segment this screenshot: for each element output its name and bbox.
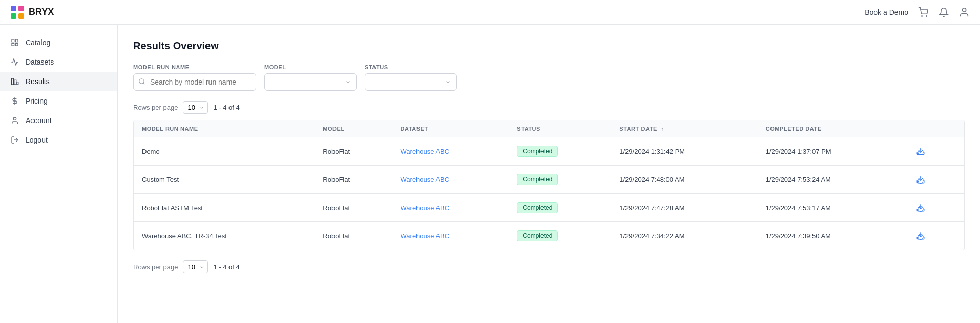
th-start-date-label: START DATE xyxy=(619,126,657,132)
status-select[interactable]: Completed xyxy=(365,73,457,91)
cell-model-run-name: Demo xyxy=(134,137,315,166)
cell-status: Completed xyxy=(509,166,611,194)
cell-status: Completed xyxy=(509,222,611,250)
th-dataset: DATASET xyxy=(392,120,509,137)
cell-completed-date: 1/29/2024 1:37:07 PM xyxy=(758,137,904,166)
cell-model-run-name: Custom Test xyxy=(134,166,315,194)
bryx-logo-icon xyxy=(10,5,25,19)
search-input[interactable] xyxy=(133,73,256,91)
th-actions xyxy=(904,120,964,137)
pricing-icon xyxy=(10,96,19,106)
svg-rect-2 xyxy=(11,13,16,19)
dataset-link[interactable]: Warehouse ABC xyxy=(401,176,450,184)
sidebar-item-results[interactable]: Results xyxy=(0,72,117,91)
status-filter-label: STATUS xyxy=(365,64,457,70)
status-badge: Completed xyxy=(517,174,558,185)
results-table-container: MODEL RUN NAME MODEL DATASET STATUS STAR xyxy=(133,120,965,250)
status-filter: STATUS Completed xyxy=(365,64,457,91)
table-row: RoboFlat ASTM Test RoboFlat Warehouse AB… xyxy=(134,194,964,222)
download-button[interactable] xyxy=(912,201,929,214)
cell-dataset[interactable]: Warehouse ABC xyxy=(392,222,509,250)
table-header-row: MODEL RUN NAME MODEL DATASET STATUS STAR xyxy=(134,120,964,137)
cell-start-date: 1/29/2024 7:48:00 AM xyxy=(611,166,757,194)
download-button[interactable] xyxy=(912,173,929,186)
pagination-top: Rows per page 10 25 50 1 - 4 of 4 xyxy=(133,101,965,114)
cart-icon[interactable] xyxy=(918,7,929,18)
cell-action xyxy=(904,222,964,250)
book-demo-link[interactable]: Book a Demo xyxy=(865,8,908,16)
main-content: Results Overview MODEL RUN NAME MODEL Ro… xyxy=(118,25,980,323)
model-filter-label: MODEL xyxy=(264,64,357,70)
table-row: Warehouse ABC, TR-34 Test RoboFlat Wareh… xyxy=(134,222,964,250)
cell-dataset[interactable]: Warehouse ABC xyxy=(392,194,509,222)
svg-rect-9 xyxy=(12,43,14,46)
cell-start-date: 1/29/2024 1:31:42 PM xyxy=(611,137,757,166)
svg-rect-1 xyxy=(18,6,24,11)
th-dataset-label: DATASET xyxy=(401,126,428,132)
svg-rect-7 xyxy=(12,39,14,42)
svg-rect-11 xyxy=(11,78,13,85)
status-badge: Completed xyxy=(517,230,558,241)
svg-rect-12 xyxy=(14,80,16,85)
rows-per-page-select-top[interactable]: 10 25 50 xyxy=(183,101,208,114)
cell-model: RoboFlat xyxy=(315,222,392,250)
cell-status: Completed xyxy=(509,194,611,222)
cell-model: RoboFlat xyxy=(315,194,392,222)
cell-action xyxy=(904,194,964,222)
svg-line-18 xyxy=(143,83,145,84)
th-start-date[interactable]: START DATE ↑ xyxy=(611,120,757,137)
cell-dataset[interactable]: Warehouse ABC xyxy=(392,166,509,194)
cell-action xyxy=(904,166,964,194)
rows-per-page-label-bottom: Rows per page xyxy=(133,263,178,271)
dataset-link[interactable]: Warehouse ABC xyxy=(401,148,450,155)
dataset-link[interactable]: Warehouse ABC xyxy=(401,232,450,240)
sidebar-item-catalog[interactable]: Catalog xyxy=(0,33,117,52)
logo-text: BRYX xyxy=(29,7,54,17)
table-row: Custom Test RoboFlat Warehouse ABC Compl… xyxy=(134,166,964,194)
cell-model: RoboFlat xyxy=(315,166,392,194)
rows-per-page-select-bottom[interactable]: 10 25 50 xyxy=(183,260,208,273)
table-row: Demo RoboFlat Warehouse ABC Completed 1/… xyxy=(134,137,964,166)
page-title: Results Overview xyxy=(133,40,965,52)
sidebar-item-account-label: Account xyxy=(26,116,52,125)
results-icon xyxy=(10,77,19,86)
sidebar-item-results-label: Results xyxy=(26,77,50,86)
th-completed-date-label: COMPLETED DATE xyxy=(766,126,822,132)
logo[interactable]: BRYX xyxy=(10,5,54,19)
account-icon xyxy=(10,116,19,125)
cell-model: RoboFlat xyxy=(315,137,392,166)
dataset-link[interactable]: Warehouse ABC xyxy=(401,204,450,212)
cell-model-run-name: Warehouse ABC, TR-34 Test xyxy=(134,222,315,250)
svg-rect-0 xyxy=(11,6,16,11)
cell-completed-date: 1/29/2024 7:53:17 AM xyxy=(758,194,904,222)
sort-asc-icon: ↑ xyxy=(661,126,664,132)
model-filter: MODEL RoboFlat xyxy=(264,64,357,91)
th-completed-date: COMPLETED DATE xyxy=(758,120,904,137)
user-avatar[interactable] xyxy=(958,7,970,18)
sidebar-item-datasets[interactable]: Datasets xyxy=(0,52,117,72)
sidebar-item-datasets-label: Datasets xyxy=(26,58,54,66)
search-wrapper xyxy=(133,73,256,91)
model-run-name-filter: MODEL RUN NAME xyxy=(133,64,256,91)
cell-action xyxy=(904,137,964,166)
th-model: MODEL xyxy=(315,120,392,137)
model-select[interactable]: RoboFlat xyxy=(264,73,357,91)
download-button[interactable] xyxy=(912,229,929,243)
sidebar-item-logout[interactable]: Logout xyxy=(0,130,117,150)
status-badge: Completed xyxy=(517,202,558,213)
sidebar-item-pricing[interactable]: Pricing xyxy=(0,91,117,111)
cell-dataset[interactable]: Warehouse ABC xyxy=(392,137,509,166)
topnav-actions: Book a Demo xyxy=(865,7,970,18)
svg-point-15 xyxy=(13,117,16,120)
cell-completed-date: 1/29/2024 7:53:24 AM xyxy=(758,166,904,194)
datasets-icon xyxy=(10,57,19,67)
sidebar-item-pricing-label: Pricing xyxy=(26,97,48,105)
results-table: MODEL RUN NAME MODEL DATASET STATUS STAR xyxy=(134,120,964,250)
cell-start-date: 1/29/2024 7:47:28 AM xyxy=(611,194,757,222)
sidebar-item-account[interactable]: Account xyxy=(0,111,117,130)
svg-rect-8 xyxy=(15,39,18,42)
logout-icon xyxy=(10,135,19,145)
svg-rect-13 xyxy=(17,82,18,85)
download-button[interactable] xyxy=(912,145,929,158)
notifications-icon[interactable] xyxy=(938,7,949,18)
